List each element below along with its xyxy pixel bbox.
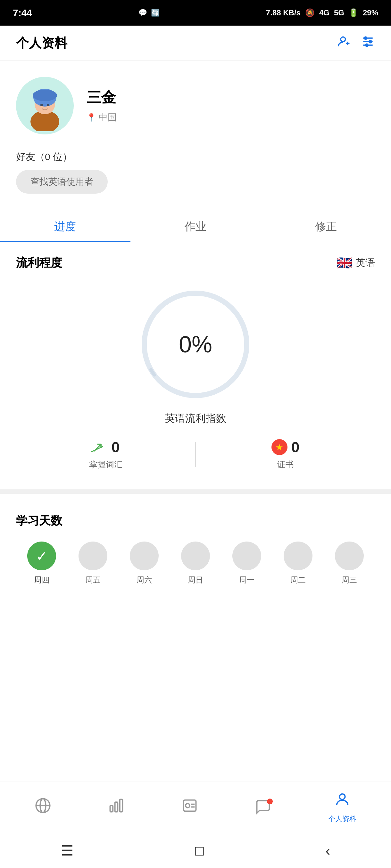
vocab-count: 0 <box>112 438 120 456</box>
profile-info: 三金 📍 中国 <box>86 88 117 124</box>
battery-icon: 🔋 <box>349 8 358 17</box>
friends-section: 好友（0 位） 查找英语使用者 <box>0 144 391 203</box>
tabs-container: 进度 作业 修正 <box>0 210 391 242</box>
day-item-tue: 周二 <box>284 541 312 585</box>
system-nav: ☰ □ ‹ <box>0 833 391 868</box>
find-friends-button[interactable]: 查找英语使用者 <box>16 170 108 194</box>
chat-icon-wrapper <box>255 799 272 816</box>
mute-icon: 🔕 <box>305 8 315 17</box>
svg-rect-22 <box>120 799 123 812</box>
day-circle-mon <box>232 541 261 570</box>
day-item-fri: 周五 <box>79 541 107 585</box>
app-icon: 🔄 <box>151 9 160 17</box>
status-bar: 7:44 💬 🔄 7.88 KB/s 🔕 4G 5G 🔋 29% <box>0 0 391 26</box>
svg-point-12 <box>33 90 57 101</box>
day-label-wed: 周三 <box>342 575 357 585</box>
day-label-thu: 周四 <box>34 575 49 585</box>
page-title: 个人资料 <box>16 34 67 52</box>
globe-icon <box>35 797 51 818</box>
day-circle-tue <box>284 541 312 570</box>
stats-row: 0 掌握词汇 ★ 0 证书 <box>16 438 375 470</box>
profile-name: 三金 <box>86 88 117 107</box>
settings-icon[interactable] <box>361 35 375 52</box>
location-icon: 📍 <box>86 113 96 122</box>
svg-point-27 <box>339 794 345 799</box>
day-label-fri: 周五 <box>85 575 101 585</box>
profile-nav-label: 个人资料 <box>328 814 356 824</box>
avatar <box>16 77 74 134</box>
add-friend-icon[interactable] <box>337 35 351 52</box>
vocab-stat: 0 掌握词汇 <box>16 438 195 470</box>
trend-up-icon <box>92 441 108 453</box>
fluency-section: 流利程度 🇬🇧 英语 0% 英语流利指数 0 掌握词汇 ★ 0 <box>0 242 391 483</box>
day-item-wed: 周三 <box>335 541 364 585</box>
medal-icon: ★ <box>272 439 287 455</box>
svg-point-8 <box>366 44 368 46</box>
svg-point-14 <box>47 104 49 106</box>
study-title: 学习天数 <box>16 513 375 529</box>
friends-count: 好友（0 位） <box>16 150 375 163</box>
fluency-percentage: 0% <box>179 331 212 358</box>
svg-point-24 <box>186 803 190 807</box>
cert-count: 0 <box>291 438 300 456</box>
day-item-thu: ✓ 周四 <box>27 541 56 585</box>
day-circle-wed <box>335 541 364 570</box>
status-icons: 💬 🔄 <box>138 9 160 17</box>
check-icon-thu: ✓ <box>36 548 48 564</box>
day-item-sat: 周六 <box>130 541 159 585</box>
nav-actions <box>337 35 375 52</box>
vocab-label: 掌握词汇 <box>89 459 122 470</box>
section-separator <box>0 489 391 494</box>
bottom-nav: 个人资料 <box>0 782 391 833</box>
signal-4g: 4G <box>319 8 330 17</box>
days-row: ✓ 周四 周五 周六 周日 周一 周二 周三 <box>16 541 375 585</box>
location-text: 中国 <box>99 112 117 124</box>
day-item-mon: 周一 <box>232 541 261 585</box>
chart-icon <box>108 797 125 818</box>
day-item-sun: 周日 <box>181 541 210 585</box>
nav-item-stats[interactable] <box>108 797 125 818</box>
tab-correction[interactable]: 修正 <box>260 210 391 242</box>
profile-icon <box>334 791 351 812</box>
fluency-title: 流利程度 <box>16 255 62 271</box>
day-label-sat: 周六 <box>137 575 152 585</box>
day-circle-fri <box>79 541 107 570</box>
tab-homework[interactable]: 作业 <box>131 210 261 242</box>
uk-flag-icon: 🇬🇧 <box>337 255 353 271</box>
battery-percentage: 29% <box>363 8 378 17</box>
day-circle-thu: ✓ <box>27 541 56 570</box>
nav-item-chat[interactable] <box>255 799 272 816</box>
speed-indicator: 7.88 KB/s <box>266 8 301 17</box>
study-section: 学习天数 ✓ 周四 周五 周六 周日 周一 周二 <box>0 500 391 598</box>
tab-progress[interactable]: 进度 <box>0 210 131 242</box>
svg-point-0 <box>341 37 345 41</box>
cert-stat: ★ 0 证书 <box>196 438 375 470</box>
profile-section: 三金 📍 中国 <box>0 61 391 144</box>
system-menu-button[interactable]: ☰ <box>61 842 74 859</box>
status-right: 7.88 KB/s 🔕 4G 5G 🔋 29% <box>266 8 378 17</box>
fluency-header: 流利程度 🇬🇧 英语 <box>16 255 375 271</box>
system-back-button[interactable]: ‹ <box>325 843 330 859</box>
svg-rect-21 <box>115 802 118 812</box>
progress-circle-container: 0% <box>16 284 375 405</box>
fluency-index-label: 英语流利指数 <box>16 412 375 426</box>
nav-item-card[interactable] <box>181 797 198 818</box>
signal-5g: 5G <box>334 8 344 17</box>
cert-label: 证书 <box>277 459 294 470</box>
svg-point-7 <box>369 40 371 42</box>
day-circle-sat <box>130 541 159 570</box>
nav-item-home[interactable] <box>35 797 51 818</box>
top-nav: 个人资料 <box>0 26 391 61</box>
day-label-tue: 周二 <box>290 575 306 585</box>
wechat-icon: 💬 <box>138 9 147 17</box>
day-label-sun: 周日 <box>188 575 203 585</box>
day-label-mon: 周一 <box>239 575 254 585</box>
language-name: 英语 <box>356 256 375 270</box>
svg-point-13 <box>40 104 43 106</box>
day-circle-sun <box>181 541 210 570</box>
svg-rect-20 <box>110 806 113 812</box>
profile-location: 📍 中国 <box>86 112 117 124</box>
system-home-button[interactable]: □ <box>195 843 204 859</box>
svg-point-6 <box>364 37 367 39</box>
nav-item-profile[interactable]: 个人资料 <box>328 791 356 824</box>
